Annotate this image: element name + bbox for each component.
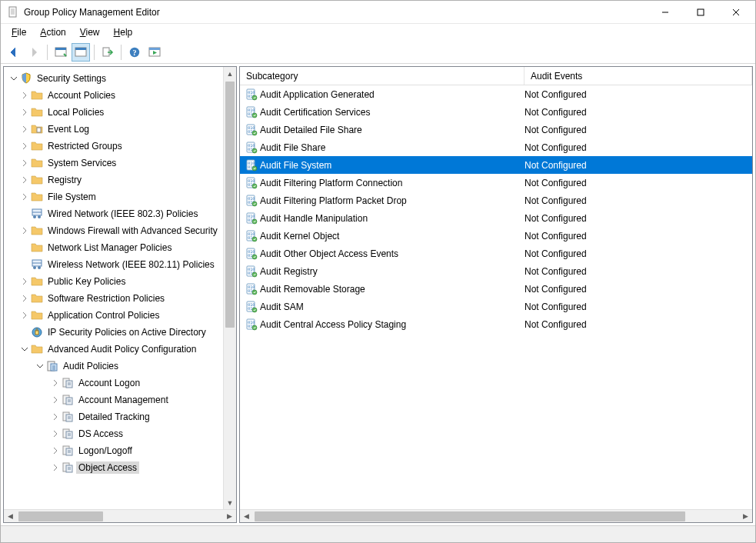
menu-view[interactable]: View	[74, 25, 106, 39]
collapse-icon[interactable]	[35, 362, 45, 370]
expand-icon[interactable]	[50, 464, 61, 471]
minimize-button[interactable]	[648, 1, 683, 24]
tree-item[interactable]: Local Policies	[4, 104, 236, 121]
list-row[interactable]: Audit Other Object Access EventsNot Conf…	[240, 245, 752, 262]
list-row[interactable]: Audit Handle ManipulationNot Configured	[240, 209, 752, 227]
audit-sub-icon	[61, 411, 75, 423]
list-row[interactable]: Audit Central Access Policy StagingNot C…	[240, 315, 752, 333]
forward-button[interactable]	[25, 43, 43, 62]
tree-item[interactable]: Registry	[4, 172, 236, 188]
expand-icon[interactable]	[19, 142, 30, 150]
tree-item[interactable]: Windows Firewall with Advanced Security	[4, 222, 236, 239]
tree-item[interactable]: Public Key Policies	[4, 273, 236, 290]
tree-item[interactable]: Detailed Tracking	[4, 408, 236, 425]
list-row[interactable]: Audit Filtering Platform Packet DropNot …	[240, 192, 752, 209]
tree-label: DS Access	[76, 428, 125, 440]
tree-item[interactable]: Event Log	[4, 121, 236, 138]
tree-vertical-scrollbar[interactable]: ▲ ▼	[223, 67, 236, 509]
list-row[interactable]: Audit SAMNot Configured	[240, 298, 752, 315]
tree-item[interactable]: Audit Policies	[4, 358, 236, 375]
policy-icon	[245, 230, 258, 242]
tree-item[interactable]: Software Restriction Policies	[4, 290, 236, 307]
audit-sub-icon	[61, 377, 75, 389]
expand-icon[interactable]	[19, 295, 30, 302]
tree-item[interactable]: Application Control Policies	[4, 307, 236, 324]
list-row[interactable]: Audit Detailed File ShareNot Configured	[240, 121, 752, 138]
expand-icon[interactable]	[19, 92, 30, 99]
tree-view[interactable]: Security Settings Account PoliciesLocal …	[4, 67, 236, 509]
close-button[interactable]	[718, 1, 754, 24]
collapse-icon[interactable]	[8, 75, 19, 82]
expand-icon[interactable]	[19, 125, 30, 133]
menu-action[interactable]: Action	[34, 25, 72, 39]
tree-item[interactable]: Advanced Audit Policy Configuration	[4, 341, 236, 358]
show-hide-console-tree-button[interactable]	[52, 43, 70, 62]
tree-label: Application Control Policies	[45, 309, 162, 321]
tree-item[interactable]: Account Logon	[4, 375, 236, 391]
scroll-right-arrow[interactable]: ▶	[739, 510, 752, 523]
scroll-thumb[interactable]	[18, 511, 103, 521]
scroll-up-arrow[interactable]: ▲	[224, 67, 236, 80]
expand-icon[interactable]	[19, 176, 30, 184]
tree-item[interactable]: Account Management	[4, 391, 236, 408]
column-audit-events[interactable]: Audit Events	[525, 67, 752, 85]
tree-item[interactable]: Logon/Logoff	[4, 442, 236, 459]
tree-horizontal-scrollbar[interactable]: ◀ ▶	[4, 509, 236, 522]
list-row[interactable]: Audit Application GeneratedNot Configure…	[240, 85, 752, 103]
scroll-right-arrow[interactable]: ▶	[223, 510, 236, 523]
expand-icon[interactable]	[19, 311, 30, 319]
tree-item[interactable]: Object Access	[4, 459, 236, 476]
audit-events-text: Not Configured	[525, 301, 752, 312]
tree-item[interactable]: Restricted Groups	[4, 138, 236, 155]
expand-icon[interactable]	[19, 159, 30, 167]
tree-item[interactable]: DS Access	[4, 425, 236, 442]
tree-item[interactable]: Wireless Network (IEEE 802.11) Policies	[4, 256, 236, 273]
maximize-button[interactable]	[683, 1, 718, 24]
tree-item[interactable]: Wired Network (IEEE 802.3) Policies	[4, 205, 236, 222]
tree-item[interactable]: File System	[4, 188, 236, 205]
list-horizontal-scrollbar[interactable]: ◀ ▶	[240, 509, 752, 522]
expand-icon[interactable]	[19, 108, 30, 116]
audit-events-text: Not Configured	[525, 107, 752, 118]
expand-icon[interactable]	[50, 447, 61, 455]
expand-icon[interactable]	[50, 379, 61, 387]
scroll-down-arrow[interactable]: ▼	[224, 496, 236, 509]
list-row[interactable]: Audit Kernel ObjectNot Configured	[240, 227, 752, 245]
tree-panel: Security Settings Account PoliciesLocal …	[3, 66, 237, 523]
help-button[interactable]	[125, 43, 144, 62]
list-row[interactable]: Audit File SystemNot Configured	[240, 156, 752, 174]
expand-icon[interactable]	[19, 193, 30, 201]
collapse-icon[interactable]	[19, 345, 30, 353]
properties-button[interactable]	[72, 43, 90, 62]
audit-events-text: Not Configured	[525, 231, 752, 242]
scroll-thumb[interactable]	[255, 511, 685, 521]
action-button[interactable]	[145, 43, 164, 62]
tree-item[interactable]: Network List Manager Policies	[4, 239, 236, 256]
expand-icon[interactable]	[50, 413, 61, 421]
scroll-left-arrow[interactable]: ◀	[4, 510, 17, 523]
back-button[interactable]	[5, 43, 23, 62]
expand-icon[interactable]	[19, 278, 30, 285]
export-list-button[interactable]	[98, 43, 117, 62]
list-body[interactable]: Audit Application GeneratedNot Configure…	[240, 85, 752, 509]
scroll-thumb[interactable]	[225, 82, 235, 328]
folder-icon	[30, 225, 44, 237]
tree-item[interactable]: System Services	[4, 155, 236, 172]
list-row[interactable]: Audit RegistryNot Configured	[240, 262, 752, 280]
scroll-left-arrow[interactable]: ◀	[240, 510, 253, 523]
list-row[interactable]: Audit Certification ServicesNot Configur…	[240, 103, 752, 121]
policy-icon	[245, 106, 258, 118]
tree-item[interactable]: Account Policies	[4, 87, 236, 104]
list-row[interactable]: Audit Filtering Platform ConnectionNot C…	[240, 174, 752, 192]
expand-icon[interactable]	[19, 227, 30, 235]
menu-file[interactable]: File	[5, 25, 32, 39]
list-row[interactable]: Audit File ShareNot Configured	[240, 138, 752, 156]
column-subcategory[interactable]: Subcategory	[240, 67, 525, 85]
expand-icon[interactable]	[50, 396, 61, 404]
tree-item[interactable]: IP Security Policies on Active Directory	[4, 324, 236, 341]
list-row[interactable]: Audit Removable StorageNot Configured	[240, 280, 752, 298]
tree-item-security-settings[interactable]: Security Settings	[4, 70, 236, 87]
menu-help[interactable]: Help	[108, 25, 139, 39]
expand-icon[interactable]	[50, 430, 61, 438]
tree-label: Account Logon	[76, 377, 142, 389]
